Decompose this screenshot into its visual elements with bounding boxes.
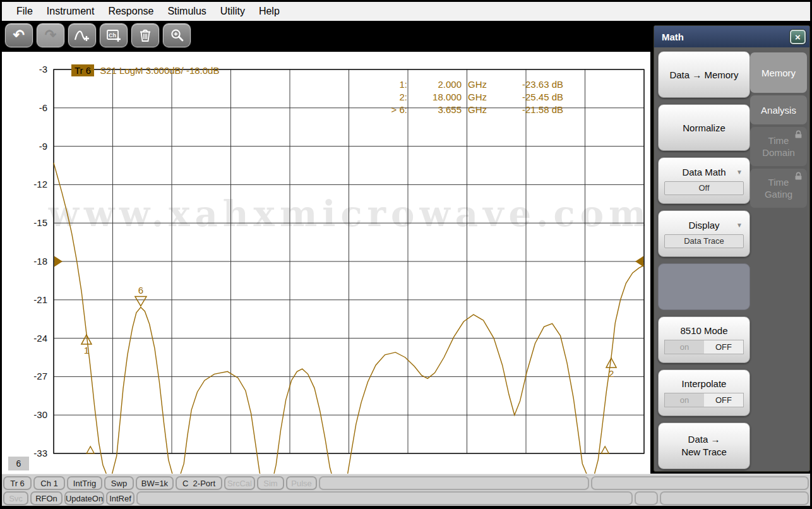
menu-item-utility[interactable]: Utility bbox=[213, 2, 252, 21]
status-ch-1[interactable]: Ch 1 bbox=[33, 476, 65, 490]
marker-freq-1: 18.000 bbox=[407, 91, 462, 104]
data-to-memory-button[interactable]: Data → Memory bbox=[658, 51, 750, 98]
display-value[interactable]: Data Trace bbox=[664, 234, 744, 248]
tab-label: Memory bbox=[756, 67, 801, 79]
svg-text:Ch: Ch bbox=[109, 32, 116, 39]
data-to-new-trace-button[interactable]: Data → New Trace bbox=[658, 422, 750, 469]
ref-level-arrow-right[interactable] bbox=[635, 256, 643, 267]
marker-readout-row: 2:18.000GHz-25.45 dB bbox=[337, 91, 608, 104]
display-dropdown-button[interactable]: Display ▼ Data Trace bbox=[658, 210, 750, 257]
y-axis-tick-label: -15 bbox=[2, 217, 47, 229]
status-c-2-port[interactable]: C 2-Port bbox=[176, 476, 222, 490]
y-axis-tick-label: -6 bbox=[2, 102, 47, 114]
menu-item-response[interactable]: Response bbox=[101, 2, 160, 21]
redo-button: ↷ bbox=[37, 23, 64, 47]
data-math-dropdown-button[interactable]: Data Math ▼ Off bbox=[658, 157, 750, 204]
math-panel-title: Math bbox=[662, 32, 684, 42]
toolbar: ↶↷Ch bbox=[5, 23, 191, 49]
menu-item-stimulus[interactable]: Stimulus bbox=[160, 2, 213, 21]
display-label: Display bbox=[688, 220, 719, 231]
tab-label: Analysis bbox=[756, 104, 801, 116]
data-to-new-trace-label-2: New Trace bbox=[681, 446, 727, 457]
status-row-1: Tr 6Ch 1IntTrigSwpBW=1kC 2-PortSrcCalSim… bbox=[3, 476, 809, 490]
y-axis-tick-label: -9 bbox=[2, 140, 47, 153]
status-tr-6[interactable]: Tr 6 bbox=[3, 476, 32, 490]
marker-id-2: > 6: bbox=[337, 104, 407, 116]
zoom-button[interactable] bbox=[163, 23, 191, 47]
marker-readout-row: 1:2.000GHz-23.63 dB bbox=[337, 78, 608, 91]
status-intref[interactable]: IntRef bbox=[106, 491, 134, 505]
y-axis-tick-label: -30 bbox=[2, 409, 47, 421]
off-scale-marker-tick bbox=[601, 446, 609, 453]
normalize-button[interactable]: Normalize bbox=[658, 104, 750, 151]
chevron-down-icon: ▼ bbox=[736, 222, 743, 229]
marker-readout-table: 1:2.000GHz-23.63 dB2:18.000GHz-25.45 dB>… bbox=[337, 78, 608, 116]
menu-item-help[interactable]: Help bbox=[252, 2, 287, 21]
trace-info-label: S21 LogM 3.000dB/ -18.0dB bbox=[100, 65, 219, 76]
chevron-down-icon: ▼ bbox=[736, 169, 743, 176]
add-channel-button[interactable]: Ch bbox=[100, 23, 128, 47]
menu-item-instrument[interactable]: Instrument bbox=[40, 2, 102, 21]
undo-icon: ↶ bbox=[13, 27, 25, 44]
marker-freq-2: 3.655 bbox=[407, 104, 462, 116]
marker-val-1: -25.45 dB bbox=[522, 91, 598, 104]
status-filler bbox=[635, 491, 658, 505]
empty-button-slot bbox=[658, 263, 750, 310]
vna-application-window: FileInstrumentResponseStimulusUtilityHel… bbox=[0, 0, 812, 509]
add-trace-button[interactable] bbox=[68, 23, 96, 47]
close-icon[interactable]: × bbox=[790, 30, 806, 44]
undo-button[interactable]: ↶ bbox=[5, 23, 33, 47]
mode-8510-toggle[interactable]: on OFF bbox=[664, 340, 744, 354]
marker-unit-1: GHz bbox=[462, 91, 522, 104]
tab-analysis[interactable]: Analysis bbox=[750, 95, 807, 124]
ref-level-arrow-left[interactable] bbox=[54, 256, 63, 267]
interpolate-label: Interpolate bbox=[682, 378, 727, 389]
status-svc: Svc bbox=[3, 491, 28, 505]
y-axis-tick-label: -3 bbox=[2, 63, 47, 76]
marker-val-2: -21.58 dB bbox=[522, 104, 598, 116]
data-to-new-trace-label-1: Data → bbox=[688, 434, 720, 445]
status-filler bbox=[319, 476, 589, 490]
tab-time-domain: Time Domain bbox=[750, 127, 807, 166]
lock-icon bbox=[794, 172, 803, 181]
marker-unit-0: GHz bbox=[462, 78, 522, 91]
status-pulse: Pulse bbox=[286, 476, 317, 490]
svg-text:2: 2 bbox=[609, 368, 614, 379]
status-updateon[interactable]: UpdateOn bbox=[64, 491, 104, 505]
zoom-icon bbox=[169, 28, 184, 43]
trace-badge[interactable]: Tr 6 bbox=[71, 64, 94, 76]
math-panel-title-bar: Math × bbox=[654, 26, 809, 47]
svg-text:1: 1 bbox=[84, 345, 89, 356]
interpolate-toggle[interactable]: on OFF bbox=[664, 393, 744, 407]
menu-item-file[interactable]: File bbox=[9, 2, 40, 21]
marker-unit-2: GHz bbox=[462, 104, 522, 116]
trace-header: Tr 6S21 LogM 3.000dB/ -18.0dB bbox=[56, 54, 219, 87]
status-rfon[interactable]: RFOn bbox=[30, 491, 63, 505]
y-axis-tick-label: -18 bbox=[2, 255, 47, 268]
marker-val-0: -23.63 dB bbox=[522, 78, 598, 91]
status-swp[interactable]: Swp bbox=[104, 476, 134, 490]
data-to-memory-label: Data → Memory bbox=[669, 69, 738, 80]
stimulus-row: >Ch1: Start 1.00000 GHz RF -15.00 dBm St… bbox=[54, 456, 645, 471]
add-channel-icon: Ch bbox=[105, 28, 122, 43]
active-trace-badge: 6 bbox=[8, 457, 29, 470]
status-sim: Sim bbox=[257, 476, 284, 490]
status-filler bbox=[660, 491, 809, 505]
toggle-on-label: on bbox=[665, 340, 704, 354]
redo-icon: ↷ bbox=[45, 27, 56, 44]
marker-1-glyph[interactable]: 1 bbox=[81, 335, 92, 356]
mode-8510-label: 8510 Mode bbox=[680, 325, 727, 336]
delete-button[interactable] bbox=[131, 23, 159, 47]
marker-6-glyph[interactable]: 6 bbox=[135, 285, 146, 306]
menu-bar: FileInstrumentResponseStimulusUtilityHel… bbox=[2, 2, 810, 21]
add-trace-icon bbox=[74, 28, 90, 43]
delete-icon bbox=[138, 28, 153, 43]
status-inttrig[interactable]: IntTrig bbox=[67, 476, 102, 490]
data-math-value[interactable]: Off bbox=[664, 181, 744, 195]
mode-8510-button[interactable]: 8510 Mode on OFF bbox=[658, 316, 750, 363]
grid-lines bbox=[54, 69, 644, 453]
tab-memory[interactable]: Memory bbox=[750, 52, 807, 93]
marker-2-glyph[interactable]: 2 bbox=[606, 358, 616, 379]
status-bw-1k[interactable]: BW=1k bbox=[136, 476, 174, 490]
interpolate-button[interactable]: Interpolate on OFF bbox=[658, 369, 750, 416]
